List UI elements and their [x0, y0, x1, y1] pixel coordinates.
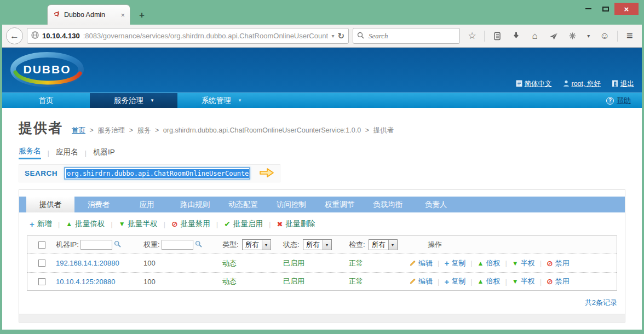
bookmarks-list-icon[interactable] [491, 32, 504, 41]
action-separator: | [111, 220, 113, 228]
exit-door-icon [612, 80, 618, 89]
addon-dropdown-icon[interactable]: ▾ [585, 33, 593, 39]
ip-filter-input[interactable] [81, 240, 112, 250]
panel-tab-consumers[interactable]: 消费者 [74, 197, 123, 212]
panel-tab-owner[interactable]: 负责人 [412, 197, 460, 212]
dubbo-logo[interactable]: DUBBO [5, 50, 89, 90]
service-search-input[interactable]: org.shirdrn.dubbo.api.ChatRoomOnlineUser… [64, 167, 250, 180]
row-checkbox[interactable] [38, 260, 45, 267]
url-bar[interactable]: 10.10.4.130:8083/governance/services/org… [27, 28, 349, 44]
copy-link[interactable]: +复制 [444, 277, 465, 286]
search-type-tabs: 服务名 | 应用名 | 机器IP [19, 146, 642, 159]
language-link[interactable]: 简体中文 [516, 79, 552, 89]
caret-down-icon: ▾ [239, 93, 242, 108]
row-checkbox[interactable] [38, 278, 45, 285]
plus-icon: + [444, 259, 449, 267]
home-icon[interactable]: ⌂ [528, 31, 542, 42]
half-weight-link[interactable]: ▼半权 [512, 258, 535, 268]
breadcrumb-separator: > [155, 126, 159, 134]
tab-close-icon[interactable]: × [120, 11, 125, 19]
close-button[interactable]: × [614, 3, 639, 15]
panel-footer [19, 314, 625, 322]
help-link[interactable]: ? 帮助 [606, 96, 631, 106]
magnifier-icon[interactable] [195, 240, 202, 249]
edit-link[interactable]: 编辑 [409, 277, 433, 286]
panel-tab-routes[interactable]: 路由规则 [171, 197, 219, 212]
share-plane-icon[interactable] [547, 32, 560, 40]
bookmark-star-icon[interactable]: ☆ [465, 30, 479, 42]
batch-double-weight-button[interactable]: ▲批量倍权 [66, 219, 105, 229]
batch-enable-button[interactable]: ✔批量启用 [224, 219, 263, 229]
disable-link[interactable]: ⊘禁用 [547, 277, 570, 286]
edit-link[interactable]: 编辑 [409, 258, 433, 268]
user-icon [563, 80, 570, 89]
breadcrumb-separator: > [365, 126, 369, 134]
tab-machine-ip[interactable]: 机器IP [93, 147, 115, 159]
providers-table: 机器IP: 权重: 类型: [27, 235, 617, 291]
browser-search-box[interactable] [353, 28, 460, 44]
weight-filter-label: 权重: [143, 240, 160, 250]
url-path: :8083/governance/services/org.shirdrn.du… [83, 32, 329, 40]
select-arrow-icon: ▾ [323, 240, 331, 250]
magnifier-icon[interactable] [114, 240, 121, 249]
panel-tab-loadbalance[interactable]: 负载均衡 [364, 197, 412, 212]
check-filter-select[interactable]: 所有▾ [369, 239, 398, 250]
panel-tab-weight[interactable]: 权重调节 [315, 197, 364, 212]
batch-delete-button[interactable]: ✖批量删除 [277, 219, 315, 229]
breadcrumb-separator: > [89, 126, 93, 134]
reload-icon[interactable]: ↻ [337, 31, 344, 41]
search-label: SEARCH [25, 169, 58, 177]
browser-search-input[interactable] [367, 31, 456, 41]
question-icon: ? [606, 97, 614, 105]
arrow-down-icon: ▼ [119, 221, 125, 227]
copy-link[interactable]: +复制 [444, 258, 465, 268]
provider-type: 动态 [222, 277, 283, 286]
check-icon: ✔ [224, 220, 231, 228]
maximize-button[interactable] [597, 3, 614, 15]
browser-tab[interactable]: Dubbo Admin × [47, 4, 130, 25]
logout-link[interactable]: 退出 [612, 79, 634, 89]
tab-application-name[interactable]: 应用名 [56, 147, 78, 159]
breadcrumb-home-link[interactable]: 首页 [72, 126, 85, 134]
downloads-icon[interactable] [509, 32, 522, 40]
minimize-button[interactable] [579, 3, 597, 15]
forbidden-icon: ⊘ [171, 220, 178, 228]
batch-half-weight-button[interactable]: ▼批量半权 [119, 219, 158, 229]
panel-tab-applications[interactable]: 应用 [123, 197, 171, 212]
select-all-checkbox[interactable] [38, 241, 45, 249]
panel-tab-providers[interactable]: 提供者 [26, 197, 74, 212]
caret-down-icon: ▾ [151, 93, 154, 108]
batch-disable-button[interactable]: ⊘批量禁用 [171, 219, 210, 229]
provider-status: 已启用 [283, 258, 349, 268]
provider-ip-link[interactable]: 10.10.4.125:20880 [56, 278, 115, 286]
double-weight-link[interactable]: ▲倍权 [478, 258, 501, 268]
provider-ip-link[interactable]: 192.168.14.1:20880 [56, 259, 119, 267]
status-filter-select[interactable]: 所有▾ [303, 239, 332, 250]
addon-flower-icon[interactable] [566, 32, 579, 40]
panel-tab-access[interactable]: 访问控制 [267, 197, 315, 212]
url-dropdown-icon[interactable]: ▾ [331, 33, 334, 39]
nav-item-system[interactable]: 系统管理 ▾ [177, 93, 265, 108]
add-button[interactable]: +新增 [30, 219, 52, 229]
disable-link[interactable]: ⊘禁用 [547, 258, 570, 268]
weight-filter-input[interactable] [162, 240, 193, 250]
back-button[interactable]: ← [6, 27, 23, 44]
page-body: 提供者 首页 > 服务治理 > 服务 > org.shirdrn.dubbo.a… [2, 108, 642, 330]
half-weight-link[interactable]: ▼半权 [512, 277, 535, 286]
search-input-selected-text: org.shirdrn.dubbo.api.ChatRoomOnlineUser… [66, 169, 250, 178]
nav-item-home[interactable]: 首页 [2, 93, 90, 108]
new-tab-button[interactable]: + [134, 9, 150, 22]
select-arrow-icon: ▾ [388, 240, 397, 250]
panel-tab-overrides[interactable]: 动态配置 [219, 197, 267, 212]
menu-icon[interactable]: ≡ [623, 30, 636, 42]
toolbar-separator [484, 31, 485, 42]
breadcrumb-item: 服务治理 [97, 126, 125, 134]
feedback-smiley-icon[interactable]: ☺ [598, 31, 611, 42]
tab-service-name[interactable]: 服务名 [19, 146, 41, 159]
type-filter-select[interactable]: 所有▾ [242, 239, 271, 250]
nav-item-governance[interactable]: 服务治理 ▾ [90, 93, 177, 108]
provider-weight: 100 [143, 259, 222, 267]
double-weight-link[interactable]: ▲倍权 [478, 277, 501, 286]
search-go-button[interactable] [259, 167, 274, 180]
header-links: 简体中文 root, 您好 退出 [516, 79, 635, 89]
